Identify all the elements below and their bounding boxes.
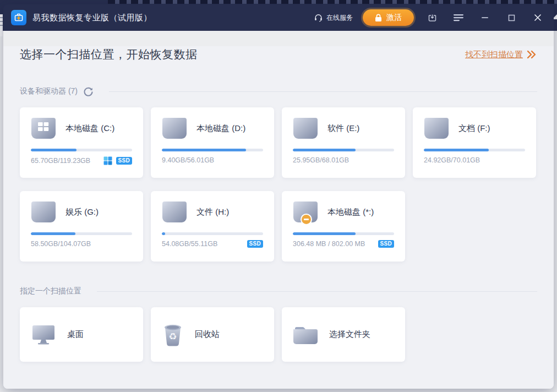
desktop-label: 桌面 xyxy=(67,329,84,340)
capacity-bar xyxy=(31,232,132,235)
main-content: 选择一个扫描位置，开始恢复数据 找不到扫描位置 设备和驱动器 (7) xyxy=(3,46,554,389)
hidden-drive-icon xyxy=(293,201,318,223)
drive-size: 24.92GB/70.01GB xyxy=(424,156,480,164)
recycle-bin-card[interactable]: ♻ 回收站 xyxy=(151,307,274,362)
ssd-badge: SSD xyxy=(378,240,394,248)
capacity-bar xyxy=(162,149,263,151)
devices-section-title: 设备和驱动器 (7) xyxy=(20,86,78,96)
minus-badge-icon xyxy=(301,214,312,225)
drive-name: 软件 (E:) xyxy=(327,123,359,134)
select-folder-label: 选择文件夹 xyxy=(329,329,370,340)
title-bar: 易我数据恢复专业版（试用版） 在线服务 激活 xyxy=(3,4,554,31)
double-chevron-right-icon xyxy=(526,50,537,59)
drive-size: 306.48 MB / 802.00 MB xyxy=(293,240,365,248)
drive-icon xyxy=(31,201,56,223)
headset-icon xyxy=(314,13,323,23)
drive-name: 文档 (F:) xyxy=(458,123,490,134)
system-drive-icon xyxy=(31,117,56,139)
desktop-icon xyxy=(31,324,56,346)
capacity-bar xyxy=(162,232,263,235)
drive-name: 本地磁盘 (C:) xyxy=(65,123,114,134)
drive-size: 58.50GB/104.07GB xyxy=(31,240,91,248)
recycle-bin-icon: ♻ xyxy=(162,323,184,347)
drive-name: 本地磁盘 (D:) xyxy=(196,123,245,134)
section-divider xyxy=(97,291,537,292)
menu-button[interactable] xyxy=(450,9,467,26)
locations-grid: 桌面 ♻ 回收站 选择文件夹 xyxy=(20,307,537,362)
drive-name: 娱乐 (G:) xyxy=(65,207,99,217)
drive-size: 65.70GB/119.23GB xyxy=(31,157,90,165)
cannot-find-location-label: 找不到扫描位置 xyxy=(465,50,523,60)
drive-icon xyxy=(293,117,318,139)
capacity-bar xyxy=(31,149,132,151)
minimize-icon xyxy=(481,14,489,21)
minimize-button[interactable] xyxy=(477,9,493,26)
background-page-edge xyxy=(0,14,3,36)
drive-card-c[interactable]: 本地磁盘 (C:) 65.70GB/119.23GB SSD xyxy=(20,107,143,178)
ssd-badge: SSD xyxy=(247,240,263,248)
drive-icon xyxy=(424,117,449,139)
cannot-find-location-link[interactable]: 找不到扫描位置 xyxy=(465,50,537,60)
recycle-bin-label: 回收站 xyxy=(195,329,220,340)
select-folder-card[interactable]: 选择文件夹 xyxy=(282,307,405,362)
section-divider xyxy=(109,91,537,92)
drive-card-d[interactable]: 本地磁盘 (D:) 9.40GB/56.01GB xyxy=(151,107,274,178)
locations-section-title: 指定一个扫描位置 xyxy=(20,286,81,296)
desktop-card[interactable]: 桌面 xyxy=(20,307,143,362)
drive-size: 54.08GB/55.11GB xyxy=(162,240,217,248)
close-button[interactable] xyxy=(529,9,546,26)
drive-size: 25.95GB/68.01GB xyxy=(293,156,349,164)
drive-card-hidden[interactable]: 本地磁盘 (*:) 306.48 MB / 802.00 MB SSD xyxy=(282,191,405,262)
activate-button[interactable]: 激活 xyxy=(363,9,414,26)
maximize-icon xyxy=(508,14,515,21)
activate-label: 激活 xyxy=(386,13,402,23)
online-service-button[interactable]: 在线服务 xyxy=(314,13,353,23)
drive-icon xyxy=(162,201,187,223)
capacity-bar xyxy=(424,149,525,151)
drive-name: 本地磁盘 (*:) xyxy=(327,207,374,217)
capacity-bar xyxy=(293,232,394,235)
app-window: 易我数据恢复专业版（试用版） 在线服务 激活 xyxy=(3,4,554,389)
background-page-text-fragment xyxy=(108,0,557,4)
save-download-icon xyxy=(428,13,437,23)
close-icon xyxy=(534,14,542,21)
maximize-button[interactable] xyxy=(503,9,520,26)
lock-icon xyxy=(375,14,382,22)
drive-card-h[interactable]: 文件 (H:) 54.08GB/55.11GB SSD xyxy=(151,191,274,262)
drive-name: 文件 (H:) xyxy=(196,207,229,217)
ssd-badge: SSD xyxy=(116,157,132,165)
hamburger-menu-icon xyxy=(454,14,463,21)
svg-text:♻: ♻ xyxy=(168,331,177,342)
refresh-icon[interactable] xyxy=(83,86,94,97)
drive-card-e[interactable]: 软件 (E:) 25.95GB/68.01GB xyxy=(282,107,405,178)
app-logo-icon xyxy=(11,10,26,25)
window-title: 易我数据恢复专业版（试用版） xyxy=(32,13,152,23)
save-report-button[interactable] xyxy=(424,9,440,26)
drive-card-g[interactable]: 娱乐 (G:) 58.50GB/104.07GB xyxy=(20,191,143,262)
capacity-bar xyxy=(293,149,394,151)
drive-card-f[interactable]: 文档 (F:) 24.92GB/70.01GB xyxy=(413,107,536,178)
drives-grid: 本地磁盘 (C:) 65.70GB/119.23GB SSD xyxy=(20,107,537,262)
page-title: 选择一个扫描位置，开始恢复数据 xyxy=(20,47,198,62)
windows-logo-icon xyxy=(103,156,112,165)
online-service-label: 在线服务 xyxy=(326,13,353,23)
drive-size: 9.40GB/56.01GB xyxy=(162,156,214,164)
folder-icon xyxy=(293,324,318,345)
drive-icon xyxy=(162,117,187,139)
